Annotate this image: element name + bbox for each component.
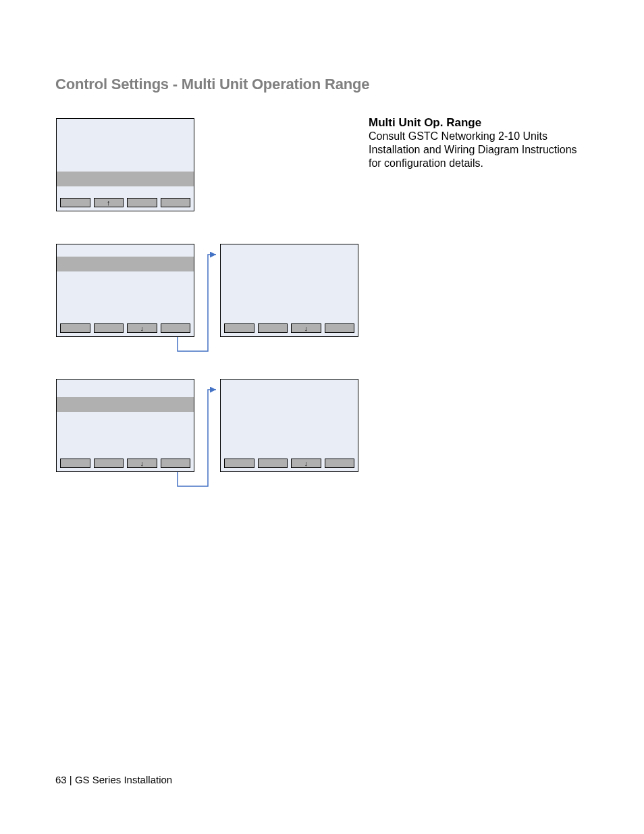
arrow-down-icon: ↓ — [304, 460, 308, 467]
button-row: ↓ — [221, 323, 358, 333]
highlight-bar — [57, 257, 194, 271]
button-row: ↓ — [57, 323, 194, 333]
button-3-down[interactable]: ↓ — [127, 323, 157, 333]
arrow-down-icon: ↓ — [140, 460, 144, 467]
arrow-down-icon: ↓ — [140, 325, 144, 332]
screen-panel-4: ↓ — [56, 379, 194, 472]
button-4[interactable] — [325, 459, 355, 468]
arrow-down-icon: ↓ — [304, 325, 308, 332]
page-footer: 63 | GS Series Installation — [55, 774, 172, 785]
button-2[interactable] — [258, 323, 288, 333]
button-row: ↑ — [57, 198, 194, 207]
screen-panel-2: ↓ — [56, 244, 194, 337]
screen-panel-3: ↓ — [220, 244, 358, 337]
button-3-down[interactable]: ↓ — [127, 459, 157, 468]
button-2[interactable] — [94, 459, 124, 468]
button-3-down[interactable]: ↓ — [291, 459, 321, 468]
section-body: Consult GSTC Networking 2-10 Units Insta… — [369, 130, 578, 170]
button-row: ↓ — [221, 459, 358, 468]
button-1[interactable] — [60, 459, 90, 468]
button-2[interactable] — [258, 459, 288, 468]
button-1[interactable] — [224, 323, 254, 333]
section-heading: Multi Unit Op. Range — [369, 116, 481, 130]
button-1[interactable] — [60, 323, 90, 333]
arrow-up-icon: ↑ — [107, 199, 111, 207]
button-4[interactable] — [161, 323, 191, 333]
button-4[interactable] — [161, 459, 191, 468]
page-title: Control Settings - Multi Unit Operation … — [55, 76, 369, 93]
button-1[interactable] — [224, 459, 254, 468]
button-4[interactable] — [161, 198, 191, 207]
button-3-down[interactable]: ↓ — [291, 323, 321, 333]
button-3[interactable] — [127, 198, 157, 207]
button-2-up[interactable]: ↑ — [94, 198, 124, 207]
button-2[interactable] — [94, 323, 124, 333]
button-1[interactable] — [60, 198, 90, 207]
button-4[interactable] — [325, 323, 355, 333]
screen-panel-5: ↓ — [220, 379, 358, 472]
highlight-bar — [57, 397, 194, 412]
highlight-bar — [57, 172, 194, 186]
button-row: ↓ — [57, 459, 194, 468]
screen-panel-1: ↑ — [56, 118, 194, 211]
